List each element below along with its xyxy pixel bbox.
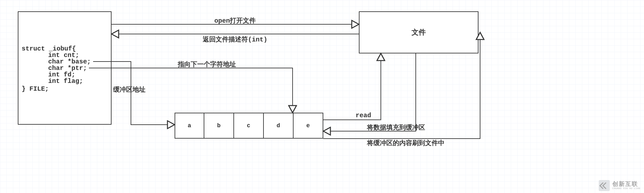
buffer-cell: e (294, 113, 323, 139)
struct-field-ptr: char *ptr; (48, 65, 108, 72)
label-fill-buf: 将数据填充到缓冲区 (367, 124, 425, 131)
label-read: read (356, 112, 371, 119)
arrow-read (323, 53, 381, 120)
struct-header: struct _iobuf{ (22, 46, 108, 52)
watermark-icon (599, 180, 610, 191)
label-ptr-next: 指向下一个字符地址 (177, 61, 236, 68)
struct-field-flag: int flag; (48, 78, 108, 85)
buffer-array: a b c d e (175, 113, 323, 139)
label-return-fd: 返回文件描述符(int) (202, 36, 267, 43)
buffer-cell: b (204, 113, 234, 139)
watermark-sub: CHUANG XIN HU LIAN (612, 187, 640, 190)
struct-box: struct _iobuf{ int cnt; char *base; char… (18, 11, 112, 125)
label-open: open打开文件 (214, 17, 256, 25)
struct-field-base: char *base; (48, 59, 108, 65)
buffer-cell: a (175, 113, 204, 139)
file-label: 文件 (412, 28, 426, 37)
label-buf-addr: 缓冲区地址 (113, 86, 145, 94)
diagram-canvas: struct _iobuf{ int cnt; char *base; char… (0, 0, 644, 193)
buffer-cell: c (234, 113, 264, 139)
struct-field-cnt: int cnt; (48, 52, 108, 59)
file-box: 文件 (359, 11, 478, 53)
buffer-cell: d (264, 113, 294, 139)
arrow-fill-buf (323, 53, 416, 131)
watermark: 创新互联 CHUANG XIN HU LIAN (599, 180, 640, 191)
struct-field-fd: int fd; (48, 72, 108, 78)
struct-footer: } FILE; (22, 86, 108, 92)
watermark-main: 创新互联 (612, 181, 640, 187)
label-flush: 将缓冲区的内容刷到文件中 (367, 139, 445, 147)
arrow-ptr (89, 68, 293, 113)
